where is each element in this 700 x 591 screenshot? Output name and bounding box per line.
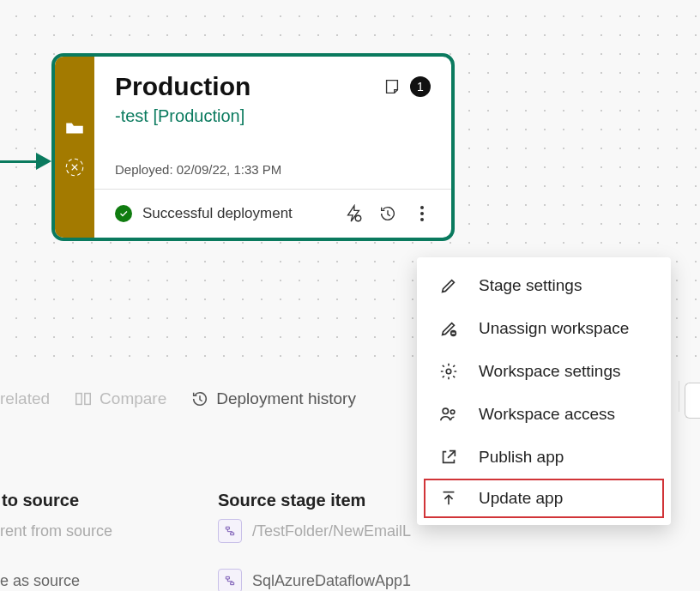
count-badge: 1 <box>410 76 431 97</box>
note-icon[interactable] <box>381 75 403 98</box>
people-icon <box>439 405 458 424</box>
stage-title: Production <box>115 72 381 101</box>
toolbar-label: related <box>0 389 50 408</box>
rules-button[interactable] <box>341 202 365 226</box>
stage-card-body: Production 1 -test [Production] Deployed… <box>94 57 451 238</box>
table-row: e as source SqlAzureDataflowApp1 <box>0 569 700 591</box>
dataflow-icon <box>218 519 242 543</box>
unassign-icon <box>439 319 458 338</box>
more-options-button[interactable] <box>410 202 434 226</box>
production-stage-card: Production 1 -test [Production] Deployed… <box>51 53 455 241</box>
deployment-status-text: Successful deployment <box>142 205 331 222</box>
menu-item-label: Workspace access <box>479 405 615 424</box>
history-button[interactable] <box>376 202 400 226</box>
compare-icon <box>74 389 93 408</box>
menu-unassign-workspace[interactable]: Unassign workspace <box>417 307 671 350</box>
menu-stage-settings[interactable]: Stage settings <box>417 264 671 307</box>
cell-source-item: SqlAzureDataflowApp1 <box>252 572 411 590</box>
cell-to-source: e as source <box>0 572 218 590</box>
context-menu: Stage settings Unassign workspace Worksp… <box>417 257 671 525</box>
related-button[interactable]: related <box>0 389 50 408</box>
toolbar-divider <box>679 381 679 412</box>
folder-icon <box>63 117 86 142</box>
dataflow-icon <box>218 569 242 591</box>
history-icon <box>190 389 209 408</box>
stage-deployed-timestamp: Deployed: 02/09/22, 1:33 PM <box>115 162 431 177</box>
svg-point-5 <box>450 410 455 414</box>
stage-subtitle: -test [Production] <box>115 106 431 126</box>
toolbar-label: Deployment history <box>216 389 356 408</box>
menu-item-label: Stage settings <box>479 276 582 295</box>
svg-point-1 <box>355 215 360 220</box>
menu-workspace-settings[interactable]: Workspace settings <box>417 350 671 393</box>
success-check-icon <box>115 205 132 222</box>
deployment-history-button[interactable]: Deployment history <box>190 389 356 408</box>
upload-icon <box>439 489 458 508</box>
menu-publish-app[interactable]: Publish app <box>417 436 671 479</box>
cell-to-source: rent from source <box>0 522 218 540</box>
stage-card-sidebar <box>55 57 94 238</box>
menu-workspace-access[interactable]: Workspace access <box>417 393 671 436</box>
menu-item-label: Publish app <box>479 448 564 467</box>
compare-button[interactable]: Compare <box>74 389 166 408</box>
toolbar-label: Compare <box>100 389 166 408</box>
svg-point-3 <box>446 369 451 374</box>
refresh-error-icon <box>63 156 86 182</box>
pencil-icon <box>439 276 458 295</box>
right-cutoff-button[interactable] <box>685 383 700 419</box>
menu-item-label: Workspace settings <box>479 362 620 381</box>
menu-update-app[interactable]: Update app <box>424 479 664 518</box>
external-link-icon <box>439 448 458 467</box>
menu-item-label: Update app <box>479 489 563 508</box>
svg-rect-7 <box>85 394 90 405</box>
pipeline-connector-arrow <box>36 153 51 170</box>
svg-rect-6 <box>76 394 81 405</box>
cell-source-item: /TestFolder/NewEmailL <box>252 522 411 540</box>
menu-item-label: Unassign workspace <box>479 319 629 338</box>
svg-point-4 <box>443 408 448 413</box>
gear-icon <box>439 362 458 381</box>
column-header-to-source: to source <box>0 491 218 510</box>
